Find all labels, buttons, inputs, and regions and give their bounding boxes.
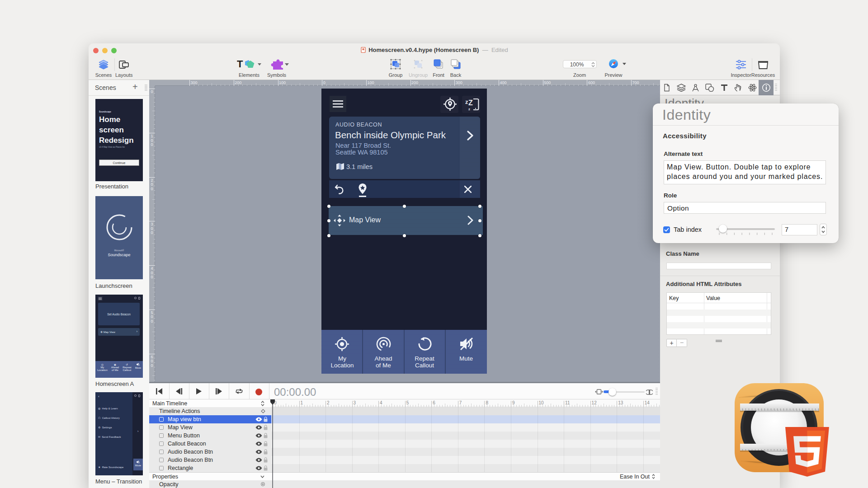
svg-text:z: z bbox=[468, 107, 470, 111]
svg-text:Z: Z bbox=[468, 99, 473, 107]
svg-text:T: T bbox=[237, 58, 243, 70]
svg-text:z: z bbox=[465, 99, 468, 105]
